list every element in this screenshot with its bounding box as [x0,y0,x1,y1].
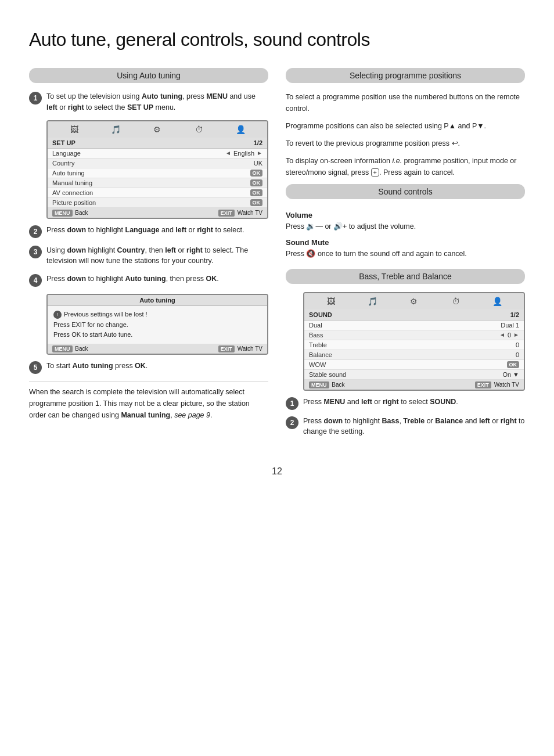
tv-value-av-connection: OK [250,189,263,196]
tv-label-country: Country [52,160,75,167]
at-body: ! Previous settings will be lost ! Press… [48,306,267,344]
mute-icon: 🔇 [306,248,315,260]
bass-arrow-left: ◄ [499,332,505,338]
tv-lang-value: English [233,150,254,157]
step-num-4: 4 [29,274,42,287]
sound-tv-icons-row: 🖼 🎵 ⚙ ⏱ 👤 [304,293,524,309]
at-footer: MENU Back EXIT Watch TV [48,344,267,354]
section-header-bass: Bass, Treble and Balance [286,269,525,284]
sound-label-balance: Balance [309,351,332,358]
sound-exit-btn: EXIT [475,381,491,388]
tv-label-language: Language [52,150,81,157]
step-num-1: 1 [29,92,42,105]
step-num-5: 5 [29,361,42,374]
tv-value-picture-position: OK [250,199,263,206]
sound-label-dual: Dual [309,322,322,329]
sound-section: Volume Press 🔉— or 🔊+ to adjust the volu… [286,211,525,260]
para2: Programme positions can also be selected… [286,120,525,132]
step-num-3: 3 [29,246,42,258]
menu-btn: MENU [52,210,73,217]
sound-label-bass: Bass [309,332,323,339]
mute-subsection: Sound Mute Press 🔇 once to turn the soun… [286,238,525,260]
sound-footer-menu: MENU Back [309,381,345,388]
mute-desc: Press 🔇 once to turn the sound off and a… [286,248,525,260]
step-5: 5 To start Auto tuning press OK. [29,361,268,374]
step-text-5: To start Auto tuning press OK. [46,361,148,372]
step-4: 4 Press down to highlight Auto tuning, t… [29,273,268,287]
sound-row-dual: Dual Dual 1 [304,321,524,330]
volume-label: Volume [286,211,525,219]
ok-badge-auto: OK [250,170,263,177]
sound-value-dual: Dual 1 [501,322,519,329]
divider [29,381,268,381]
tv-footer-menu: MENU Back [52,210,88,216]
at-footer-menu: MENU Back [52,345,88,352]
sound-footer-exit: EXIT Watch TV [475,381,519,388]
section-header-auto-tuning: Using Auto tuning [29,68,268,83]
volume-desc: Press 🔉— or 🔊+ to adjust the volume. [286,221,525,232]
at-warn-text: Previous settings will be lost ! [64,309,148,320]
tv-row-picture-position: Picture position OK [48,198,267,208]
step-3: 3 Using down highlight Country, then lef… [29,245,268,267]
tv-icon-picture: 🖼 [67,124,82,135]
volume-subsection: Volume Press 🔉— or 🔊+ to adjust the volu… [286,211,525,232]
tv-title-label: SET UP [52,139,75,146]
tv-icon-gear: ⚙ [150,124,165,135]
auto-tuning-screen: Auto tuning ! Previous settings will be … [46,294,268,355]
step-1: 1 To set up the television using Auto tu… [29,91,268,113]
sound-row-stable: Stable sound On ▼ [304,370,524,380]
tv-arrow-left-lang: ◄ [225,150,231,156]
sound-tv-title-page: 1/2 [510,311,519,318]
at-menu-btn: MENU [52,345,73,352]
tv-icons-row: 🖼 🎵 ⚙ ⏱ 👤 [48,121,267,138]
step-text-2: Press down to highlight Language and lef… [46,225,244,236]
page-number: 12 [29,466,525,477]
sound-value-stable: On ▼ [502,371,519,378]
at-footer-exit: EXIT Watch TV [218,345,262,352]
tv-icon-music: 🎵 [108,124,123,135]
bass-arrow-right: ► [513,332,519,338]
vol-down-icon: 🔉 [306,221,315,232]
sound-tv-icon-timer: ⏱ [448,296,463,307]
sound-label-stable: Stable sound [309,371,346,378]
step-num-2: 2 [29,225,42,238]
page-title: Auto tune, general controls, sound contr… [29,29,525,51]
sound-value-wow: OK [507,361,520,368]
right-step-num-1: 1 [286,397,298,410]
right-step-1: 1 Press MENU and left or right to select… [286,397,525,410]
tv-value-manual-tuning: OK [250,179,263,186]
ok-badge-picture: OK [250,199,263,206]
sound-tv-icon-person: 👤 [490,296,505,307]
step-text-3: Using down highlight Country, then left … [46,245,268,267]
step-2: 2 Press down to highlight Language and l… [29,225,268,238]
exit-btn: EXIT [218,210,235,217]
tv-label-auto-tuning: Auto tuning [52,170,85,177]
tv-footer-exit: EXIT Watch TV [218,210,262,216]
sound-tv-icon-music: 🎵 [365,296,380,307]
at-line2: Press EXIT for no change. [53,320,261,330]
sound-label-treble: Treble [309,341,327,348]
right-step-num-2: 2 [286,416,298,429]
setup-screen: 🖼 🎵 ⚙ ⏱ 👤 SET UP 1/2 Language ◄ English … [46,120,268,219]
sound-tv-title-label: SOUND [309,311,332,318]
tv-row-language: Language ◄ English ► [48,149,267,159]
left-column: Using Auto tuning 1 To set up the televi… [29,68,268,427]
bottom-text: When the search is complete the televisi… [29,386,268,421]
sound-value-treble: 0 [516,341,519,348]
step-text-4: Press down to highlight Auto tuning, the… [46,273,219,285]
sound-row-balance: Balance 0 [304,350,524,360]
sound-tv-icon-gear: ⚙ [406,296,422,307]
ok-badge-av: OK [250,189,263,196]
at-bullet-icon: ! [53,311,62,319]
tv-title-row: SET UP 1/2 [48,138,267,149]
tv-icon-person: 👤 [233,124,248,135]
para1: To select a programme position use the n… [286,91,525,114]
tv-row-manual-tuning: Manual tuning OK [48,178,267,188]
sound-tv-title-row: SOUND 1/2 [304,309,524,321]
at-title: Auto tuning [48,295,267,306]
sound-screen: 🖼 🎵 ⚙ ⏱ 👤 SOUND 1/2 Dual Dual 1 Bass ◄ 0… [303,292,525,391]
step-text-1: To set up the television using Auto tuni… [46,91,268,113]
sound-row-bass: Bass ◄ 0 ► [304,330,524,340]
main-content: Using Auto tuning 1 To set up the televi… [29,68,525,443]
tv-value-language: ◄ English ► [225,150,262,157]
